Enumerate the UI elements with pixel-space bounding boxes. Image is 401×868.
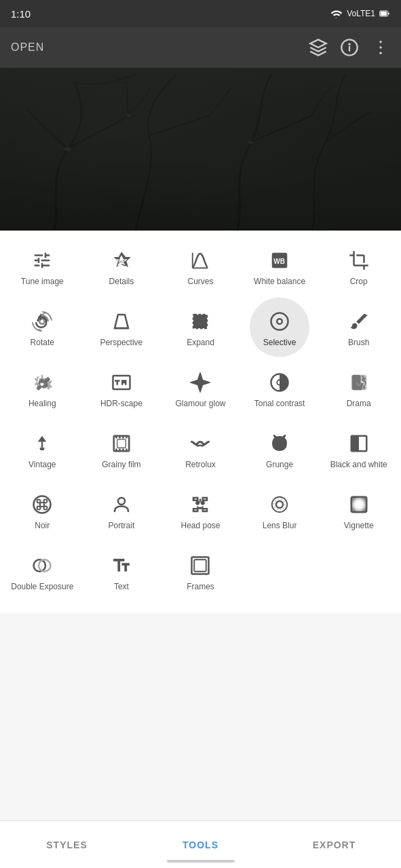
tool-portrait[interactable]: Portrait bbox=[82, 483, 161, 544]
tool-healing[interactable]: Healing bbox=[3, 361, 82, 422]
nav-export[interactable]: EXPORT bbox=[267, 821, 401, 868]
wifi-icon bbox=[330, 9, 343, 18]
svg-point-11 bbox=[127, 114, 131, 117]
double-exposure-icon bbox=[30, 553, 54, 578]
tool-head-pose[interactable]: Head pose bbox=[161, 483, 240, 544]
nav-indicator bbox=[167, 860, 235, 863]
tool-vintage[interactable]: Vintage bbox=[3, 422, 82, 483]
tool-tune-image[interactable]: Tune image bbox=[3, 239, 82, 300]
tune-image-label: Tune image bbox=[21, 277, 64, 288]
curves-label: Curves bbox=[187, 277, 213, 288]
open-button[interactable]: OPEN bbox=[11, 41, 44, 54]
tool-rotate[interactable]: Rotate bbox=[3, 300, 82, 361]
selective-label: Selective bbox=[263, 338, 297, 349]
status-bar: 1:10 VoLTE1 bbox=[0, 0, 401, 27]
head-pose-icon bbox=[188, 492, 212, 517]
tool-grainy-film[interactable]: Grainy film bbox=[82, 422, 161, 483]
status-time: 1:10 bbox=[11, 8, 31, 20]
portrait-label: Portrait bbox=[109, 521, 135, 532]
hdr-scape-icon bbox=[109, 370, 134, 395]
tool-curves[interactable]: Curves bbox=[161, 239, 240, 300]
svg-point-50 bbox=[202, 502, 204, 505]
svg-point-6 bbox=[379, 41, 382, 43]
tool-crop[interactable]: Crop bbox=[319, 239, 398, 300]
svg-point-42 bbox=[44, 507, 47, 510]
brush-label: Brush bbox=[348, 338, 369, 349]
tool-perspective[interactable]: Perspective bbox=[82, 300, 161, 361]
svg-rect-33 bbox=[119, 449, 121, 452]
lens-blur-label: Lens Blur bbox=[263, 521, 297, 532]
tool-empty-2 bbox=[319, 544, 398, 605]
tool-brush[interactable]: Brush bbox=[319, 300, 398, 361]
white-balance-label: White balance bbox=[254, 277, 305, 288]
svg-point-41 bbox=[37, 507, 41, 510]
perspective-label: Perspective bbox=[100, 338, 143, 349]
svg-point-8 bbox=[379, 52, 382, 54]
healing-icon bbox=[30, 370, 54, 395]
tonal-contrast-label: Tonal contrast bbox=[254, 399, 305, 410]
tool-drama[interactable]: Drama bbox=[319, 361, 398, 422]
svg-rect-30 bbox=[122, 436, 124, 439]
tool-grunge[interactable]: Grunge bbox=[240, 422, 320, 483]
tool-double-exposure[interactable]: Double Exposure bbox=[3, 544, 82, 605]
nav-styles[interactable]: STYLES bbox=[0, 821, 134, 868]
svg-rect-19 bbox=[196, 317, 205, 326]
vintage-label: Vintage bbox=[28, 460, 56, 471]
svg-rect-1 bbox=[381, 12, 387, 16]
svg-rect-35 bbox=[126, 449, 128, 452]
curves-icon bbox=[188, 248, 212, 273]
retrolux-label: Retrolux bbox=[185, 460, 216, 471]
tool-hdr-scape[interactable]: HDR-scape bbox=[82, 361, 161, 422]
frames-icon bbox=[188, 553, 212, 578]
tool-white-balance[interactable]: WB White balance bbox=[240, 239, 320, 300]
tool-selective[interactable]: Selective bbox=[240, 300, 320, 361]
vignette-label: Vignette bbox=[344, 521, 374, 532]
tool-retrolux[interactable]: Retrolux bbox=[161, 422, 240, 483]
tool-details[interactable]: Details bbox=[82, 239, 161, 300]
tonal-contrast-icon bbox=[267, 370, 292, 395]
tools-panel: Tune image Details Curves bbox=[0, 231, 401, 613]
info-icon[interactable] bbox=[340, 38, 359, 57]
tool-frames[interactable]: Frames bbox=[161, 544, 240, 605]
svg-point-49 bbox=[197, 502, 199, 505]
bottom-nav: STYLES TOOLS EXPORT bbox=[0, 821, 401, 868]
crop-label: Crop bbox=[350, 277, 368, 288]
noir-label: Noir bbox=[35, 521, 50, 532]
tool-empty-1 bbox=[240, 544, 320, 605]
vintage-icon bbox=[30, 431, 54, 456]
more-icon[interactable] bbox=[371, 38, 390, 57]
battery-icon bbox=[379, 9, 390, 18]
black-and-white-icon bbox=[347, 431, 371, 456]
tool-lens-blur[interactable]: Lens Blur bbox=[240, 483, 320, 544]
svg-rect-45 bbox=[193, 498, 197, 500]
tool-tonal-contrast[interactable]: Tonal contrast bbox=[240, 361, 320, 422]
svg-rect-31 bbox=[126, 436, 128, 439]
head-pose-label: Head pose bbox=[180, 521, 220, 532]
image-overlay-svg bbox=[0, 68, 401, 231]
grunge-icon bbox=[267, 431, 292, 456]
svg-text:WB: WB bbox=[273, 258, 285, 265]
tool-noir[interactable]: Noir bbox=[3, 483, 82, 544]
svg-point-52 bbox=[276, 501, 283, 508]
svg-rect-2 bbox=[388, 13, 389, 15]
status-icons: VoLTE1 bbox=[330, 9, 390, 18]
white-balance-icon: WB bbox=[267, 248, 292, 273]
layers-icon[interactable] bbox=[309, 38, 328, 57]
tool-expand[interactable]: Expand bbox=[161, 300, 240, 361]
details-label: Details bbox=[109, 277, 134, 288]
retrolux-icon bbox=[188, 431, 212, 456]
tool-text[interactable]: Text bbox=[82, 544, 161, 605]
tool-glamour-glow[interactable]: Glamour glow bbox=[161, 361, 240, 422]
svg-point-22 bbox=[278, 320, 282, 323]
drama-icon bbox=[347, 370, 371, 395]
hdr-scape-label: HDR-scape bbox=[100, 399, 142, 410]
grainy-film-icon bbox=[109, 431, 134, 456]
svg-rect-34 bbox=[122, 449, 124, 452]
perspective-icon bbox=[109, 309, 134, 334]
portrait-icon bbox=[109, 492, 134, 517]
svg-rect-55 bbox=[351, 497, 366, 513]
tool-black-and-white[interactable]: Black and white bbox=[319, 422, 398, 483]
tool-vignette[interactable]: Vignette bbox=[319, 483, 398, 544]
svg-point-44 bbox=[118, 498, 125, 505]
svg-rect-36 bbox=[117, 439, 126, 448]
